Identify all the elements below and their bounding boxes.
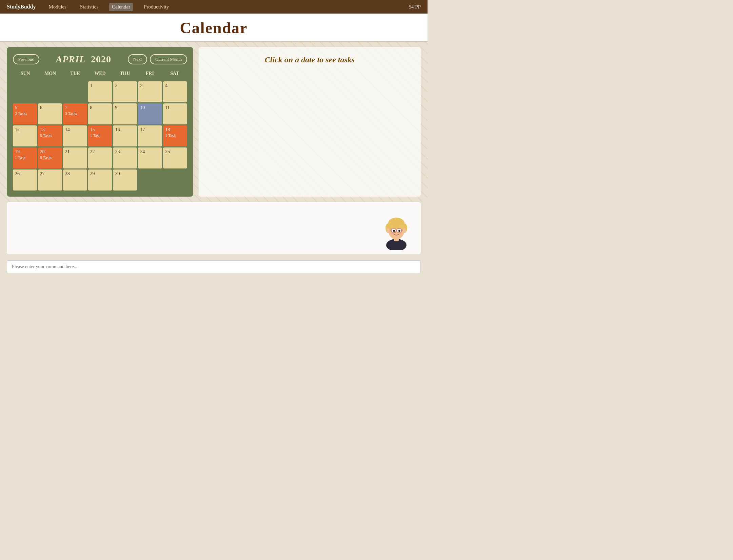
calendar-cell[interactable]: 3 xyxy=(138,81,162,102)
nav-items: Modules Statistics Calendar Productivity xyxy=(46,3,409,11)
calendar-cell[interactable]: 191 Task xyxy=(13,147,37,168)
calendar-cell[interactable]: 23 xyxy=(113,147,137,168)
calendar-cell[interactable]: 181 Task xyxy=(163,125,187,146)
calendar-cell[interactable]: 52 Tasks xyxy=(13,103,37,124)
calendar-nav-buttons: Next Current Month xyxy=(128,54,187,64)
prev-button[interactable]: Previous xyxy=(13,54,39,64)
calendar-cell[interactable]: 11 xyxy=(163,103,187,124)
calendar-cell[interactable]: 1 xyxy=(88,81,112,102)
command-input[interactable] xyxy=(7,260,421,273)
svg-point-10 xyxy=(393,230,395,232)
main-content: Previous APRIL 2020 Next Current Month S… xyxy=(0,42,428,202)
day-headers: SUN MON TUE WED THU FRI SAT xyxy=(13,69,187,80)
calendar-cell[interactable]: 26 xyxy=(13,169,37,191)
year-value: 2020 xyxy=(91,54,111,64)
page-title-section: Calendar xyxy=(0,14,428,42)
calendar-cell[interactable]: 2 xyxy=(113,81,137,102)
right-panel: Click on a date to see tasks xyxy=(199,47,421,197)
day-sun: SUN xyxy=(13,69,38,80)
svg-point-6 xyxy=(387,228,390,233)
svg-point-17 xyxy=(391,232,394,234)
calendar-cell[interactable]: 8 xyxy=(88,103,112,124)
day-tue: TUE xyxy=(63,69,87,80)
calendar-cell xyxy=(163,169,187,191)
calendar-cell[interactable]: 17 xyxy=(138,125,162,146)
bottom-panel xyxy=(7,202,421,254)
calendar-cell[interactable]: 4 xyxy=(163,81,187,102)
character-area xyxy=(11,206,417,250)
nav-modules[interactable]: Modules xyxy=(46,3,69,11)
task-info-panel: Click on a date to see tasks xyxy=(199,47,421,197)
calendar-cell[interactable]: 9 xyxy=(113,103,137,124)
calendar-cell[interactable]: 29 xyxy=(88,169,112,191)
nav-statistics[interactable]: Statistics xyxy=(77,3,101,11)
pp-display: 54 PP xyxy=(409,4,421,10)
day-sat: SAT xyxy=(162,69,187,80)
calendar-grid: 123452 Tasks673 Tasks89101112135 Tasks14… xyxy=(13,81,187,191)
calendar-cell[interactable]: 22 xyxy=(88,147,112,168)
calendar-cell[interactable]: 27 xyxy=(38,169,62,191)
nav-calendar[interactable]: Calendar xyxy=(109,3,133,11)
day-fri: FRI xyxy=(137,69,162,80)
day-mon: MON xyxy=(38,69,62,80)
calendar-cell[interactable]: 25 xyxy=(163,147,187,168)
calendar-cell[interactable]: 24 xyxy=(138,147,162,168)
character-svg xyxy=(379,206,413,250)
navbar: StudyBuddy Modules Statistics Calendar P… xyxy=(0,0,428,14)
current-month-button[interactable]: Current Month xyxy=(150,54,187,64)
calendar-cell xyxy=(63,81,87,102)
svg-point-7 xyxy=(403,228,406,233)
calendar-cell[interactable]: 21 xyxy=(63,147,87,168)
bottom-section xyxy=(0,202,428,258)
calendar-cell xyxy=(13,81,37,102)
calendar-cell[interactable]: 135 Tasks xyxy=(38,125,62,146)
month-name: APRIL xyxy=(56,54,85,64)
calendar-panel: Previous APRIL 2020 Next Current Month S… xyxy=(7,47,193,197)
calendar-cell[interactable]: 151 Task xyxy=(88,125,112,146)
calendar-cell[interactable]: 10 xyxy=(138,103,162,124)
nav-productivity[interactable]: Productivity xyxy=(141,3,172,11)
calendar-cell[interactable]: 205 Tasks xyxy=(38,147,62,168)
calendar-cell[interactable]: 30 xyxy=(113,169,137,191)
calendar-cell[interactable]: 73 Tasks xyxy=(63,103,87,124)
cmd-section xyxy=(0,258,428,277)
calendar-cell xyxy=(38,81,62,102)
calendar-cell[interactable]: 12 xyxy=(13,125,37,146)
calendar-cell xyxy=(138,169,162,191)
calendar-cell[interactable]: 16 xyxy=(113,125,137,146)
month-year-title: APRIL 2020 xyxy=(39,54,128,65)
task-info-prompt: Click on a date to see tasks xyxy=(207,55,413,64)
next-button[interactable]: Next xyxy=(128,54,147,64)
day-wed: WED xyxy=(87,69,112,80)
calendar-cell[interactable]: 6 xyxy=(38,103,62,124)
calendar-cell[interactable]: 14 xyxy=(63,125,87,146)
page-title: Calendar xyxy=(0,19,428,37)
brand-logo: StudyBuddy xyxy=(7,4,36,10)
day-thu: THU xyxy=(113,69,137,80)
svg-point-18 xyxy=(399,232,402,234)
calendar-header: Previous APRIL 2020 Next Current Month xyxy=(13,54,187,65)
svg-point-11 xyxy=(398,230,400,232)
calendar-cell[interactable]: 28 xyxy=(63,169,87,191)
